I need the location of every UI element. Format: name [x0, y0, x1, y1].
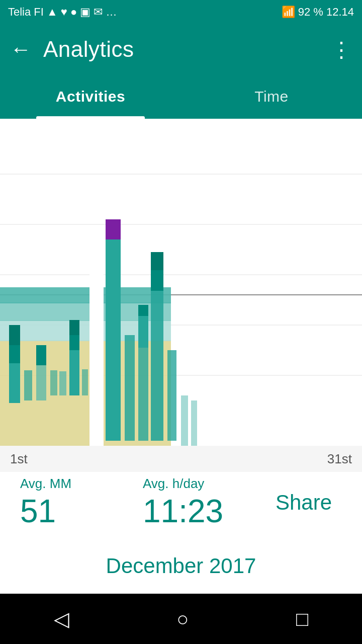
nav-home-button[interactable]: ○: [176, 608, 189, 630]
stats-row: Avg. MM 51 Avg. h/day 11:23 Share: [0, 461, 362, 539]
avg-mm-block: Avg. MM 51: [20, 476, 143, 529]
nav-bar: ◁ ○ □: [0, 594, 362, 644]
avg-hday-block: Avg. h/day 11:23: [143, 476, 265, 529]
svg-rect-33: [181, 395, 188, 446]
svg-rect-25: [125, 335, 135, 441]
tab-activities[interactable]: Activities: [0, 74, 181, 119]
avg-mm-value: 51: [20, 494, 143, 529]
carrier-text: Telia FI: [8, 6, 44, 19]
svg-rect-15: [36, 365, 46, 400]
svg-rect-27: [138, 315, 148, 348]
bluetooth-icon: 📶: [282, 6, 295, 19]
x-axis-end: 31st: [327, 451, 352, 467]
svg-rect-17: [50, 370, 57, 395]
x-axis-start: 1st: [10, 451, 28, 467]
svg-rect-22: [82, 369, 88, 395]
avg-mm-label: Avg. MM: [20, 476, 143, 492]
svg-rect-34: [191, 400, 197, 446]
svg-rect-14: [24, 370, 32, 400]
svg-rect-16: [36, 345, 46, 365]
status-right: 📶 92 % 12.14: [282, 6, 354, 19]
svg-rect-10: [89, 250, 104, 446]
svg-rect-19: [69, 350, 79, 395]
nav-back-button[interactable]: ◁: [54, 607, 69, 630]
tabs-bar: Activities Time: [0, 74, 362, 119]
svg-rect-24: [106, 219, 121, 239]
status-left: Telia FI ▲ ♥ ● ▣ ✉ …: [8, 6, 117, 19]
back-button[interactable]: ←: [10, 37, 31, 61]
time-text: 12.14: [326, 6, 354, 19]
svg-rect-9: [0, 287, 171, 303]
svg-rect-28: [138, 305, 148, 316]
chart-container: 1st 31st: [0, 119, 362, 461]
svg-rect-21: [69, 320, 79, 335]
battery-text: 92 %: [298, 6, 323, 19]
month-label: December 2017: [0, 539, 362, 598]
share-button[interactable]: Share: [265, 486, 342, 520]
avg-hday-value: 11:23: [143, 494, 265, 529]
nav-recent-button[interactable]: □: [296, 608, 308, 630]
svg-rect-20: [69, 335, 79, 350]
svg-rect-12: [9, 345, 20, 363]
avg-hday-label: Avg. h/day: [143, 476, 265, 492]
chart-svg: [0, 124, 362, 446]
more-menu-button[interactable]: ⋮: [331, 37, 352, 62]
status-icons: ▲ ♥ ● ▣ ✉ …: [47, 6, 117, 19]
svg-rect-29: [151, 290, 163, 441]
page-title: Analytics: [43, 37, 331, 62]
svg-rect-30: [151, 270, 163, 291]
status-bar: Telia FI ▲ ♥ ● ▣ ✉ … 📶 92 % 12.14: [0, 0, 362, 24]
x-axis: 1st 31st: [0, 446, 362, 472]
svg-rect-13: [9, 325, 20, 345]
bar-chart: [0, 124, 362, 446]
app-bar: ← Analytics ⋮: [0, 24, 362, 74]
svg-rect-18: [59, 371, 66, 395]
svg-rect-26: [138, 348, 148, 441]
svg-rect-11: [9, 363, 20, 403]
svg-rect-31: [151, 252, 163, 270]
svg-rect-23: [106, 219, 121, 441]
tab-time[interactable]: Time: [181, 74, 362, 119]
svg-rect-32: [167, 350, 176, 441]
